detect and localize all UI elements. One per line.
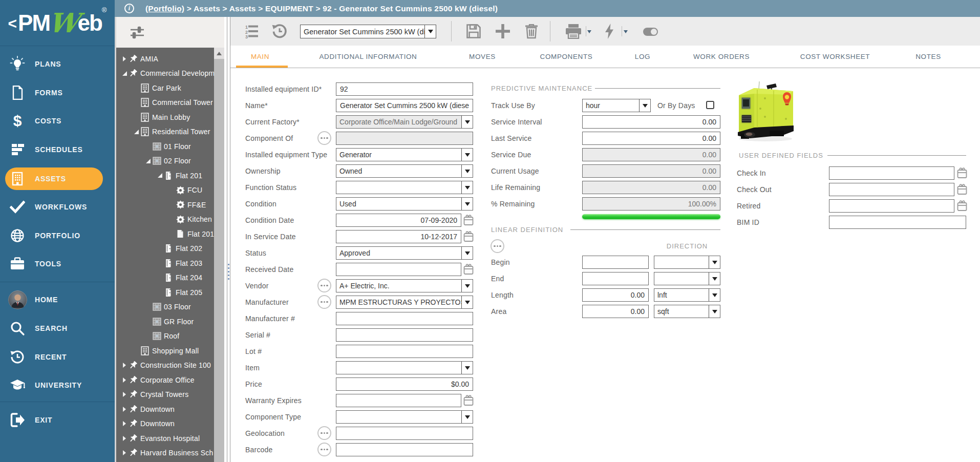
field-barcode-input[interactable] xyxy=(336,443,473,456)
expand-arrow-icon[interactable] xyxy=(120,55,129,63)
pmweb-logo[interactable]: < PM W eb ® xyxy=(0,0,115,46)
tree-item-evanston-hospital[interactable]: Evanston Hospital xyxy=(116,431,214,446)
field-begin-input[interactable] xyxy=(582,256,649,269)
field-condition-date-calendar-icon[interactable] xyxy=(463,215,474,226)
record-selector-dropdown[interactable]: Generator Set Cummins 2500 kW (di xyxy=(300,25,436,38)
field-component-of-lookup-button[interactable] xyxy=(317,131,331,145)
tree-item-flat-205[interactable]: Flat 205 xyxy=(116,285,214,300)
field-function-status-select[interactable] xyxy=(336,181,473,194)
field-manufacturer-input[interactable] xyxy=(336,312,473,325)
expand-arrow-icon[interactable] xyxy=(120,405,129,413)
tree-item-commercial-tower[interactable]: Commercial Tower xyxy=(116,95,214,110)
add-button[interactable] xyxy=(493,17,513,46)
tree-item-downtown[interactable]: Downtown xyxy=(116,402,214,416)
sidebar-item-tools[interactable]: TOOLS xyxy=(0,253,115,275)
sidebar-item-costs[interactable]: $COSTS xyxy=(0,110,115,132)
dropdown-arrow-icon[interactable] xyxy=(709,256,720,268)
splitter-grip-icon[interactable] xyxy=(228,264,229,280)
field-status-select[interactable]: Approved xyxy=(336,246,473,260)
field-retired-calendar-icon[interactable] xyxy=(957,200,967,212)
tree-item-flat-204[interactable]: Flat 204 xyxy=(116,270,214,285)
field-warranty-expires-input[interactable] xyxy=(336,394,461,407)
dropdown-arrow-icon[interactable] xyxy=(461,198,473,210)
expand-arrow-icon[interactable] xyxy=(120,361,129,369)
tab-log[interactable]: LOG xyxy=(635,46,650,68)
field-retired-input[interactable] xyxy=(829,199,954,213)
sidebar-item-university[interactable]: UNIVERSITY xyxy=(0,374,115,396)
expand-arrow-icon[interactable] xyxy=(120,419,129,428)
sidebar-item-recent[interactable]: RECENT xyxy=(0,346,115,368)
field-price-input[interactable]: $0.00 xyxy=(336,377,473,391)
field-begin-unit-select[interactable] xyxy=(654,256,720,269)
tree-item-shopping-mall[interactable]: Shopping Mall xyxy=(116,343,214,358)
dropdown-arrow-icon[interactable] xyxy=(424,25,436,38)
tree-item-corporate-office[interactable]: Corporate Office xyxy=(116,372,214,387)
tab-cost-worksheet[interactable]: COST WORKSHEET xyxy=(800,46,870,68)
breadcrumb-portfolio-link[interactable]: (Portfolio) xyxy=(145,4,184,13)
tree-item-construction-site-100[interactable]: Construction Site 100 xyxy=(116,358,214,373)
tab-work-orders[interactable]: WORK ORDERS xyxy=(693,46,750,68)
collapse-arrow-icon[interactable] xyxy=(156,172,164,180)
tree-item-harvard-business-sch[interactable]: Harvard Business Sch xyxy=(116,446,214,460)
tab-moves[interactable]: MOVES xyxy=(469,46,496,68)
field-bim-id-input[interactable] xyxy=(829,216,966,229)
sidebar-item-assets[interactable]: ASSETS xyxy=(0,167,115,190)
sidebar-item-search[interactable]: SEARCH xyxy=(0,317,115,340)
record-list-button[interactable]: 123 xyxy=(242,17,261,46)
tree-item-gr-floor[interactable]: GR Floor xyxy=(116,314,214,329)
field-area-input[interactable]: 0.00 xyxy=(582,305,649,318)
expand-arrow-icon[interactable] xyxy=(120,390,129,398)
tree-item-03-floor[interactable]: 03 Floor xyxy=(116,300,214,314)
tree-item-flat-202[interactable]: Flat 202 xyxy=(116,241,214,256)
tree-item-01-floor[interactable]: 01 Floor xyxy=(116,139,214,154)
scroll-up-button[interactable] xyxy=(214,48,224,59)
field-track-use-by-select[interactable]: hour xyxy=(582,99,651,112)
field-in-service-date-input[interactable]: 10-12-2017 xyxy=(336,230,461,243)
save-button[interactable] xyxy=(463,17,484,46)
linear-definition-lookup-button[interactable] xyxy=(491,239,504,253)
sidebar-item-exit[interactable]: EXIT xyxy=(0,409,115,431)
collapse-arrow-icon[interactable] xyxy=(120,69,129,77)
sidebar-item-home[interactable]: HOME xyxy=(0,288,115,311)
field-manufacturer-select[interactable]: MPM ESTRUCTURAS Y PROYECTOS xyxy=(336,296,473,309)
field-check-in-input[interactable] xyxy=(829,166,954,180)
field-installed-equipment-type-select[interactable]: Generator xyxy=(336,148,473,161)
info-icon[interactable]: i xyxy=(124,4,134,13)
expand-arrow-icon[interactable] xyxy=(120,449,129,457)
field-length-unit-select[interactable]: lnft xyxy=(654,288,720,302)
field-service-interval-input[interactable]: 0.00 xyxy=(582,115,720,129)
field-check-out-input[interactable] xyxy=(829,183,954,196)
field-lot-input[interactable] xyxy=(336,345,473,358)
field-received-date-input[interactable] xyxy=(336,263,461,276)
tree-item-roof[interactable]: Roof xyxy=(116,329,214,344)
field-length-input[interactable]: 0.00 xyxy=(582,288,649,302)
field-check-in-calendar-icon[interactable] xyxy=(957,167,967,179)
sidebar-item-schedules[interactable]: SCHEDULES xyxy=(0,138,115,161)
tree-item-crystal-towers[interactable]: Crystal Towers xyxy=(116,387,214,402)
print-button[interactable] xyxy=(563,17,584,46)
dropdown-arrow-icon[interactable] xyxy=(461,280,473,292)
field-condition-select[interactable]: Used xyxy=(336,197,473,211)
layout-toggle-switch[interactable] xyxy=(643,28,658,36)
field-component-type-select[interactable] xyxy=(336,410,473,424)
dropdown-arrow-icon[interactable] xyxy=(461,165,473,177)
history-button[interactable] xyxy=(270,17,289,46)
tree-item-flat-203[interactable]: Flat 203 xyxy=(116,256,214,270)
field-vendor-select[interactable]: A+ Electric, Inc. xyxy=(336,279,473,292)
tree-item-02-floor[interactable]: 02 Floor xyxy=(116,154,214,169)
dropdown-arrow-icon[interactable] xyxy=(461,247,473,259)
tree-item-kitchen[interactable]: Kitchen xyxy=(116,212,214,227)
collapse-arrow-icon[interactable] xyxy=(132,128,140,136)
field-geolocation-input[interactable] xyxy=(336,427,473,440)
tree-item-car-park[interactable]: Car Park xyxy=(116,80,214,95)
tree-scrollbar[interactable] xyxy=(214,48,224,462)
dropdown-arrow-icon[interactable] xyxy=(461,149,473,161)
workflow-button[interactable] xyxy=(600,17,619,46)
field-manufacturer-lookup-button[interactable] xyxy=(317,295,331,309)
tree-item-residential-tower[interactable]: Residential Tower xyxy=(116,124,214,139)
workflow-menu-arrow-icon[interactable] xyxy=(624,30,628,33)
dropdown-arrow-icon[interactable] xyxy=(461,181,473,194)
dropdown-arrow-icon[interactable] xyxy=(639,99,650,112)
tree-item-flat-201[interactable]: Flat 201 xyxy=(116,226,214,241)
tree-item-main-lobby[interactable]: Main Lobby xyxy=(116,110,214,124)
